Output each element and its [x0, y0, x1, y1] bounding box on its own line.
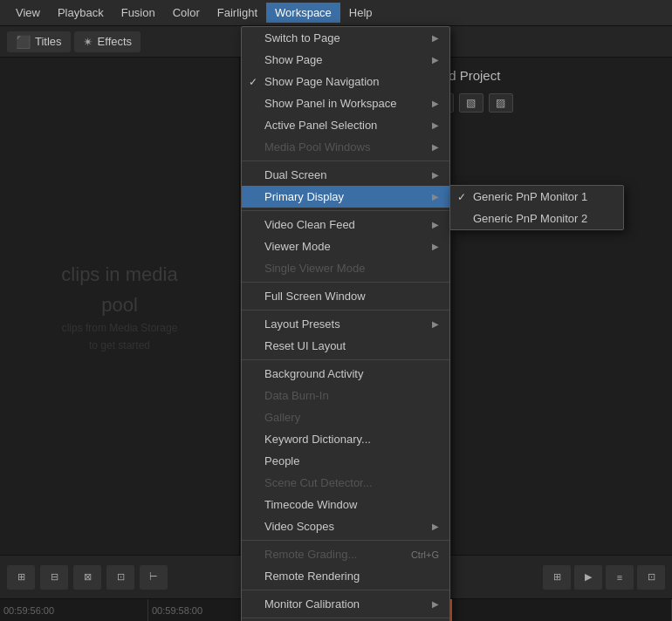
dd-people[interactable]: People [242, 450, 449, 472]
viewer-grid3-btn[interactable]: ▨ [489, 93, 513, 113]
sep6 [242, 540, 449, 541]
show-page-nav-check: ✓ [249, 76, 257, 88]
titles-label: Titles [35, 35, 62, 48]
effects-label: Effects [98, 35, 133, 48]
bottom-btn-4[interactable]: ⊡ [106, 565, 134, 590]
sep5 [242, 359, 449, 360]
primary-display-label: Primary Display [264, 190, 344, 203]
dd-show-page[interactable]: Show Page ▶ [242, 49, 449, 71]
titles-icon: ⬛ [16, 35, 31, 49]
dd-switch-to-page[interactable]: Switch to Page ▶ [242, 27, 449, 49]
show-page-navigation-label: Show Page Navigation [264, 75, 380, 88]
viewer-mode-arrow: ▶ [432, 242, 439, 251]
dd-show-panel-in-workspace[interactable]: Show Panel in Workspace ▶ [242, 92, 449, 114]
layout-presets-label: Layout Presets [264, 317, 340, 331]
monitor-1-check: ✓ [457, 191, 466, 203]
workspace-dropdown: Switch to Page ▶ Show Page ▶ ✓ Show Page… [241, 26, 450, 621]
dd-remote-rendering[interactable]: Remote Rendering [242, 565, 449, 587]
active-panel-label: Active Panel Selection [264, 119, 377, 132]
dual-screen-arrow: ▶ [432, 170, 439, 180]
monitor-1-label: Generic PnP Monitor 1 [473, 190, 587, 203]
gallery-label: Gallery [264, 411, 300, 424]
dd-media-pool-windows: Media Pool Windows ▶ [242, 136, 449, 158]
media-pool-panel: clips in media pool clips from Media Sto… [0, 58, 240, 555]
dd-scene-cut-detector: Scene Cut Detector... [242, 472, 449, 494]
timeline-controls: ⊞ ▶ ≡ ⊡ [543, 565, 665, 590]
primary-display-submenu: ✓ Generic PnP Monitor 1 Generic PnP Moni… [449, 185, 624, 230]
bottom-btn-5[interactable]: ⊢ [140, 565, 168, 590]
timecode-window-label: Timecode Window [264, 498, 357, 511]
keyword-dictionary-label: Keyword Dictionary... [264, 433, 371, 446]
show-panel-arrow: ▶ [432, 99, 439, 108]
show-page-label: Show Page [264, 53, 323, 66]
video-scopes-arrow: ▶ [432, 522, 439, 531]
data-burn-in-label: Data Burn-In [264, 389, 329, 402]
dd-layout-presets[interactable]: Layout Presets ▶ [242, 313, 449, 335]
dd-gallery: Gallery [242, 406, 449, 428]
media-pool-windows-label: Media Pool Windows [264, 140, 370, 154]
switch-to-page-label: Switch to Page [264, 31, 340, 44]
video-clean-feed-label: Video Clean Feed [264, 218, 355, 231]
show-page-arrow: ▶ [432, 55, 439, 65]
monitor-2-label: Generic PnP Monitor 2 [473, 212, 587, 225]
scene-cut-detector-label: Scene Cut Detector... [264, 476, 373, 489]
sep2 [242, 210, 449, 211]
menu-playback[interactable]: Playback [49, 3, 113, 23]
bottom-btn-2[interactable]: ⊟ [40, 565, 68, 590]
effects-icon: ✴ [83, 35, 93, 49]
effects-button[interactable]: ✴ Effects [74, 31, 141, 52]
active-panel-arrow: ▶ [432, 120, 439, 130]
primary-display-arrow: ▶ [432, 192, 439, 201]
timeline-ctrl-4[interactable]: ⊡ [637, 565, 665, 590]
sep4 [242, 310, 449, 310]
titles-button[interactable]: ⬛ Titles [7, 31, 71, 52]
monitor-calibration-arrow: ▶ [432, 599, 439, 609]
monitor-1-item[interactable]: ✓ Generic PnP Monitor 1 [450, 186, 623, 208]
dd-video-scopes[interactable]: Video Scopes ▶ [242, 515, 449, 537]
media-pool-empty-text: clips in media pool clips from Media Sto… [60, 259, 180, 354]
dd-active-panel-selection[interactable]: Active Panel Selection ▶ [242, 114, 449, 136]
dd-remote-grading: Remote Grading... Ctrl+G [242, 543, 449, 565]
people-label: People [264, 454, 299, 467]
monitor-2-item[interactable]: Generic PnP Monitor 2 [450, 208, 623, 229]
dd-background-activity[interactable]: Background Activity [242, 363, 449, 385]
dual-screen-label: Dual Screen [264, 168, 327, 181]
dd-video-clean-feed[interactable]: Video Clean Feed ▶ [242, 214, 449, 235]
menu-fusion[interactable]: Fusion [113, 3, 164, 23]
switch-to-page-arrow: ▶ [432, 33, 439, 43]
dd-dual-screen[interactable]: Dual Screen ▶ [242, 164, 449, 186]
timeline-ctrl-1[interactable]: ⊞ [543, 565, 571, 590]
media-pool-windows-arrow: ▶ [432, 142, 439, 152]
menu-color[interactable]: Color [164, 3, 209, 23]
dd-full-screen-window[interactable]: Full Screen Window [242, 285, 449, 307]
full-screen-window-label: Full Screen Window [264, 290, 366, 303]
dd-show-page-navigation[interactable]: ✓ Show Page Navigation [242, 71, 449, 92]
layout-presets-arrow: ▶ [432, 319, 439, 329]
sep3 [242, 282, 449, 283]
timeline-seg-1: 00:59:56:00 [0, 599, 148, 621]
viewer-grid2-btn[interactable]: ▧ [459, 93, 483, 113]
menu-view[interactable]: View [7, 3, 49, 23]
bottom-btn-1[interactable]: ⊞ [7, 565, 35, 590]
monitor-calibration-label: Monitor Calibration [264, 597, 360, 611]
menu-workspace[interactable]: Workspace [266, 3, 340, 23]
dd-viewer-mode[interactable]: Viewer Mode ▶ [242, 235, 449, 257]
remote-rendering-label: Remote Rendering [264, 570, 360, 583]
timeline-playhead [450, 599, 452, 621]
remote-grading-label: Remote Grading... [264, 548, 357, 561]
dd-keyword-dictionary[interactable]: Keyword Dictionary... [242, 428, 449, 450]
timeline-ctrl-2[interactable]: ▶ [574, 565, 602, 590]
dd-single-viewer-mode: Single Viewer Mode [242, 257, 449, 279]
dd-data-burn-in: Data Burn-In [242, 385, 449, 406]
dd-primary-display[interactable]: Primary Display ▶ ✓ Generic PnP Monitor … [242, 186, 449, 208]
sep8 [242, 618, 449, 618]
menu-help[interactable]: Help [340, 3, 381, 23]
viewer-mode-label: Viewer Mode [264, 240, 331, 253]
dd-monitor-calibration[interactable]: Monitor Calibration ▶ [242, 593, 449, 615]
dd-reset-ui-layout[interactable]: Reset UI Layout [242, 335, 449, 357]
bottom-btn-3[interactable]: ⊠ [73, 565, 101, 590]
background-activity-label: Background Activity [264, 367, 363, 380]
menu-fairlight[interactable]: Fairlight [209, 3, 266, 23]
dd-timecode-window[interactable]: Timecode Window [242, 494, 449, 515]
timeline-ctrl-3[interactable]: ≡ [606, 565, 634, 590]
